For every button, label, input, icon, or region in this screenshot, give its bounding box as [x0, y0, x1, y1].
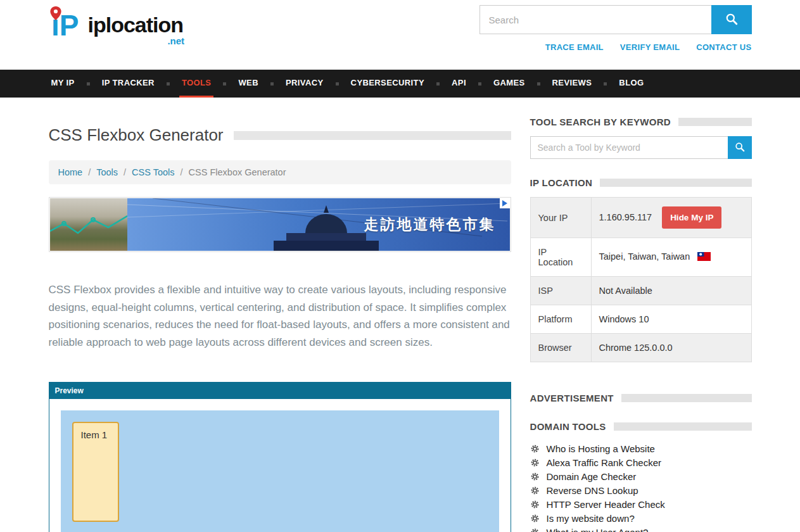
nav-item-games[interactable]: GAMES: [491, 70, 528, 98]
nav-separator: [537, 82, 540, 86]
breadcrumb-separator: /: [181, 167, 183, 177]
contact-us-link[interactable]: CONTACT US: [696, 42, 751, 52]
domain-tool-link-http-header[interactable]: HTTP Server Header Check: [547, 499, 665, 510]
nav-separator: [336, 82, 339, 86]
logo-text: iplocation.net: [88, 14, 184, 35]
title-decorative-bar: [234, 131, 511, 140]
site-search: [479, 5, 752, 34]
logo-net-suffix: .net: [167, 36, 184, 46]
nav-separator: [87, 82, 90, 86]
logo-pin-icon: iP: [49, 5, 88, 44]
nav-separator: [436, 82, 440, 86]
domain-tool-link-user-agent[interactable]: What is my User Agent?: [547, 527, 649, 532]
search-input[interactable]: [479, 5, 711, 34]
gear-icon: [530, 528, 540, 532]
breadcrumb: Home / Tools / CSS Tools / CSS Flexbox G…: [49, 160, 511, 184]
page-title: CSS Flexbox Generator: [49, 125, 224, 145]
list-item: Domain Age Checker: [530, 469, 752, 483]
tool-search-input[interactable]: [530, 136, 728, 159]
hide-my-ip-button[interactable]: Hide My IP: [662, 206, 721, 229]
row-value: Windows 10: [591, 305, 751, 334]
domain-tool-link-hosting[interactable]: Who is Hosting a Website: [547, 443, 655, 454]
nav-item-cybersecurity[interactable]: CYBERSECURITY: [348, 70, 427, 98]
advertisement-heading: ADVERTISEMENT: [530, 393, 614, 403]
heading-decorative-bar: [600, 179, 751, 187]
gear-icon: [530, 444, 540, 453]
nav-item-tools[interactable]: TOOLS: [179, 70, 214, 98]
gear-icon: [530, 514, 540, 523]
gear-icon: [530, 458, 540, 467]
domain-tool-link-website-down[interactable]: Is my website down?: [547, 513, 635, 524]
your-ip-value: 1.160.95.117: [599, 212, 652, 222]
ip-info-table: Your IP 1.160.95.117 Hide My IP IP Locat…: [530, 197, 752, 362]
row-value: Chrome 125.0.0.0: [591, 334, 751, 362]
row-label: Browser: [530, 334, 591, 362]
tool-search-heading: TOOL SEARCH BY KEYWORD: [530, 117, 671, 127]
breadcrumb-separator: /: [124, 167, 126, 177]
domain-tool-link-reverse-dns[interactable]: Reverse DNS Lookup: [547, 485, 638, 496]
row-value: 1.160.95.117 Hide My IP: [591, 198, 751, 238]
advertisement-heading-row: ADVERTISEMENT: [530, 393, 752, 403]
search-icon: [725, 13, 738, 27]
gear-icon: [530, 472, 540, 481]
table-row: Platform Windows 10: [530, 305, 751, 334]
nav-item-ip-tracker[interactable]: IP TRACKER: [99, 70, 157, 98]
table-row: ISP Not Available: [530, 277, 751, 305]
gear-icon: [530, 500, 540, 509]
nav-item-my-ip[interactable]: MY IP: [49, 70, 77, 98]
search-button[interactable]: [711, 5, 752, 34]
nav-separator: [478, 82, 481, 86]
row-label: ISP: [530, 277, 591, 305]
row-value: Not Available: [591, 277, 751, 305]
domain-tool-link-domain-age[interactable]: Domain Age Checker: [547, 471, 637, 482]
gear-icon: [530, 486, 540, 495]
nav-item-web[interactable]: WEB: [236, 70, 261, 98]
nav-item-privacy[interactable]: PRIVACY: [283, 70, 326, 98]
list-item: Alexa Traffic Rank Checker: [530, 455, 752, 469]
search-icon: [735, 142, 745, 154]
ip-location-heading-row: IP LOCATION: [530, 177, 752, 188]
nav-separator: [270, 82, 274, 86]
tool-search: [530, 136, 752, 159]
preview-panel: Preview Item 1: [49, 382, 511, 532]
main-nav: MY IP IP TRACKER TOOLS WEB PRIVACY CYBER…: [0, 70, 800, 98]
ad-banner[interactable]: 走訪地道特色市集: [49, 197, 511, 252]
taiwan-flag-icon: [697, 253, 711, 263]
flex-preview-item[interactable]: Item 1: [72, 422, 119, 522]
header-links: TRACE EMAIL VERIFY EMAIL CONTACT US: [479, 42, 752, 52]
list-item: HTTP Server Header Check: [530, 497, 752, 511]
row-value: Taipei, Taiwan, Taiwan: [591, 238, 751, 277]
trace-email-link[interactable]: TRACE EMAIL: [545, 42, 604, 52]
logo[interactable]: iP iplocation.net: [49, 5, 184, 44]
domain-tools-list: Who is Hosting a Website Alexa Traffic R…: [530, 441, 752, 532]
nav-separator: [223, 82, 226, 86]
breadcrumb-separator: /: [88, 167, 91, 177]
ad-landscape-image: [50, 198, 127, 251]
ip-location-value: Taipei, Taiwan, Taiwan: [599, 251, 690, 262]
verify-email-link[interactable]: VERIFY EMAIL: [620, 42, 680, 52]
site-header: iP iplocation.net TRACE EMAIL V: [0, 0, 800, 70]
tool-search-button[interactable]: [728, 136, 752, 159]
nav-item-api[interactable]: API: [449, 70, 469, 98]
nav-item-blog[interactable]: BLOG: [616, 70, 646, 98]
ad-headline: 走訪地道特色市集: [364, 215, 496, 234]
list-item: What is my User Agent?: [530, 525, 752, 532]
adchoices-icon[interactable]: [500, 198, 510, 208]
breadcrumb-css-tools[interactable]: CSS Tools: [132, 167, 174, 177]
row-label: Platform: [530, 305, 591, 334]
ad-creative: 走訪地道特色市集: [127, 198, 510, 251]
domain-tool-link-alexa-rank[interactable]: Alexa Traffic Rank Checker: [547, 457, 661, 468]
breadcrumb-home[interactable]: Home: [58, 167, 83, 177]
breadcrumb-tools[interactable]: Tools: [96, 167, 118, 177]
domain-tools-heading: DOMAIN TOOLS: [530, 421, 606, 432]
list-item: Reverse DNS Lookup: [530, 483, 752, 497]
breadcrumb-current: CSS Flexbox Generator: [189, 167, 286, 177]
heading-decorative-bar: [678, 118, 752, 126]
table-row: Your IP 1.160.95.117 Hide My IP: [530, 198, 751, 238]
row-label: Your IP: [530, 198, 591, 238]
tool-description: CSS Flexbox provides a flexible and intu…: [49, 281, 511, 352]
list-item: Who is Hosting a Website: [530, 441, 752, 455]
main-content: CSS Flexbox Generator Home / Tools / CSS…: [49, 117, 511, 532]
heading-decorative-bar: [614, 422, 752, 431]
nav-item-reviews[interactable]: REVIEWS: [550, 70, 595, 98]
